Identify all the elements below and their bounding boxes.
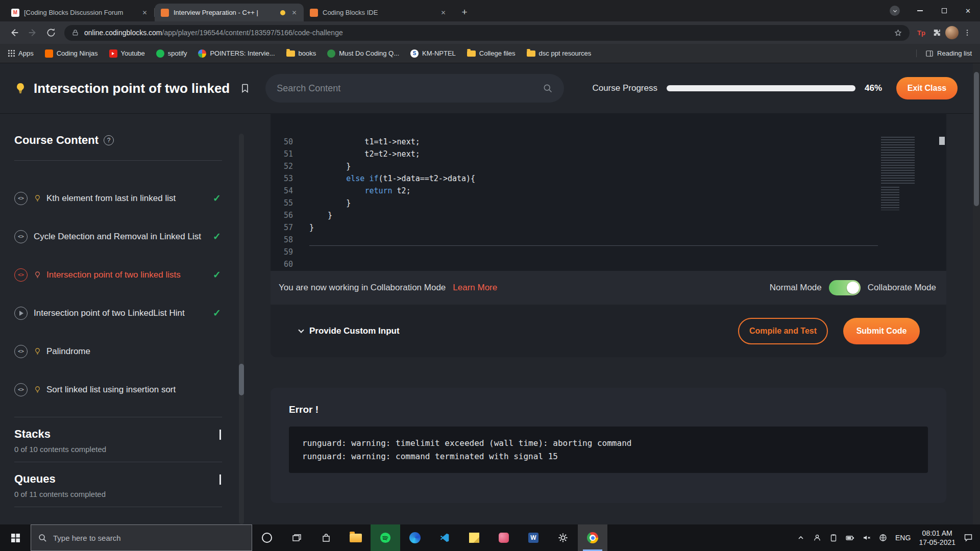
maximize-button[interactable] [932,0,956,21]
tab-close-icon[interactable]: ✕ [439,8,448,17]
code-line: 53 else if(t1->data==t2->data){ [271,172,946,185]
profile-avatar[interactable] [944,25,960,40]
page-scrollbar[interactable] [973,63,980,524]
bulb-icon [34,194,41,202]
tray-language-label[interactable]: ENG [895,534,911,542]
code-icon: <> [14,268,28,282]
bookmark-km-nptel[interactable]: SKM-NPTEL [410,49,456,58]
new-tab-button[interactable]: + [458,6,471,19]
taskbar-spotify-icon[interactable] [371,524,400,551]
sidebar-item-kth-element[interactable]: <> Kth element from last in linked list … [14,179,236,217]
sidebar-item-palindrome[interactable]: <> Palindrome [14,332,236,370]
browser-menu-icon[interactable] [960,25,975,40]
sidebar-scrollbar-thumb[interactable] [239,364,244,395]
tab-coding-blocks-ide[interactable]: Coding Blocks IDE ✕ [304,4,453,21]
sidebar-section-queues[interactable]: Queues 0 of 11 contents completed [14,472,236,498]
collaboration-toggle[interactable] [829,280,861,295]
taskbar-cortana-button[interactable] [252,524,282,551]
taskbar-sticky-notes-icon[interactable] [459,524,489,551]
check-icon: ✓ [213,307,221,319]
store-icon [321,533,331,543]
code-editor-card: 50 t1=t1->next; 51 t2=t2->next; 52 } 53 … [271,113,946,357]
search-input[interactable] [277,83,543,94]
divider [14,417,222,417]
taskbar-chrome-icon[interactable] [578,524,607,551]
provide-custom-input-toggle[interactable]: Provide Custom Input [299,326,400,336]
extensions-puzzle-icon[interactable] [929,25,944,40]
tray-hidden-icons-chevron[interactable] [797,534,805,542]
tab-title: Coding Blocks IDE [323,9,434,16]
tray-date: 17-05-2021 [919,538,955,546]
sidebar-item-intersection-lists[interactable]: <> Intersection point of two linked list… [14,256,236,294]
tab-search-icon[interactable] [890,6,900,16]
chevron-down-icon[interactable] [219,430,221,439]
tray-battery-icon[interactable] [846,534,854,542]
address-bar[interactable]: online.codingblocks.com/app/player/19654… [64,25,910,41]
apps-grid-icon [8,50,15,57]
sidebar-item-intersection-hint[interactable]: Intersection point of two LinkedList Hin… [14,294,236,332]
lock-icon [71,29,79,37]
bulb-emoji-icon [280,10,285,15]
taskbar-search[interactable] [31,524,252,551]
tray-clock[interactable]: 08:01 AM 17-05-2021 [919,529,955,547]
tab-interview-preparation[interactable]: Interview Preparation - C++ | ✕ [155,4,304,21]
editor-scrollbar-thumb[interactable] [939,137,945,145]
page-scrollbar-thumb[interactable] [974,72,979,206]
taskbar-store-icon[interactable] [311,524,341,551]
action-center-icon[interactable] [964,533,973,542]
taskbar-word-icon[interactable]: W [519,524,548,551]
bookmark-college-files-folder[interactable]: College files [467,49,516,57]
taskbar-search-input[interactable] [53,534,244,542]
bookmark-must-do-coding[interactable]: Must Do Coding Q... [327,49,399,58]
taskbar-vscode-icon[interactable] [430,524,459,551]
taskbar-edge-icon[interactable] [400,524,430,551]
tab-close-icon[interactable]: ✕ [140,8,149,17]
taskbar-app-pink-icon[interactable] [489,524,519,551]
tampermonkey-extension-icon[interactable]: Tp [914,25,929,40]
content-search[interactable] [265,74,564,103]
bookmark-dsc-ppt-folder[interactable]: dsc ppt resources [527,49,592,57]
taskbar-settings-icon[interactable] [548,524,578,551]
tab-close-icon[interactable]: ✕ [290,8,299,17]
bookmark-spotify[interactable]: spotify [156,49,187,58]
bookmark-books-folder[interactable]: books [286,49,316,57]
bookmark-coding-ninjas[interactable]: Coding Ninjas [45,49,98,58]
tab-discussion-forum[interactable]: M [Coding Blocks Discussion Forum ✕ [5,4,154,21]
exit-class-button[interactable]: Exit Class [896,77,958,99]
chevron-down-icon[interactable] [219,474,221,484]
bookmark-content-icon[interactable] [240,82,250,94]
close-button[interactable]: ✕ [956,0,980,21]
divider [14,160,222,161]
tray-network-icon[interactable] [879,534,887,542]
sidebar-item-insertion-sort[interactable]: <> Sort linked list using insertion sort [14,370,236,409]
taskbar-file-explorer-icon[interactable] [341,524,371,551]
tray-person-icon[interactable] [813,534,821,542]
editor-actions-bar: Provide Custom Input Compile and Test Su… [271,305,946,357]
sidebar-item-cycle-detection[interactable]: <> Cycle Detection and Removal in Linked… [14,217,236,256]
bookmark-star-icon[interactable] [894,29,902,37]
page-title: Intersection point of two linked [34,81,230,96]
taskbar-task-view-button[interactable] [282,524,311,551]
tray-volume-muted-icon[interactable] [863,534,871,542]
forward-icon[interactable] [23,23,42,42]
code-icon: <> [14,192,28,205]
minimize-button[interactable] [908,0,932,21]
compile-and-test-button[interactable]: Compile and Test [738,318,828,344]
bookmark-pointers[interactable]: POINTERS: Intervie... [198,49,275,58]
sidebar-section-stacks[interactable]: Stacks 0 of 10 contents completed [14,428,236,454]
check-icon: ✓ [213,231,221,242]
learn-more-link[interactable]: Learn More [453,283,497,293]
bookmark-youtube[interactable]: Youtube [109,49,145,58]
gfg-favicon [327,49,335,58]
sidebar-scrollbar[interactable] [239,134,244,524]
refresh-icon[interactable] [42,23,60,42]
apps-shortcut[interactable]: Apps [8,49,34,57]
start-button[interactable] [0,524,31,551]
help-icon[interactable]: ? [104,135,114,145]
editor-minimap[interactable] [881,137,915,210]
tray-clipboard-icon[interactable] [829,534,838,542]
back-icon[interactable] [5,23,23,42]
reading-list-button[interactable]: Reading list [916,49,972,57]
submit-code-button[interactable]: Submit Code [843,318,920,344]
code-editor[interactable]: 50 t1=t1->next; 51 t2=t2->next; 52 } 53 … [271,113,946,271]
